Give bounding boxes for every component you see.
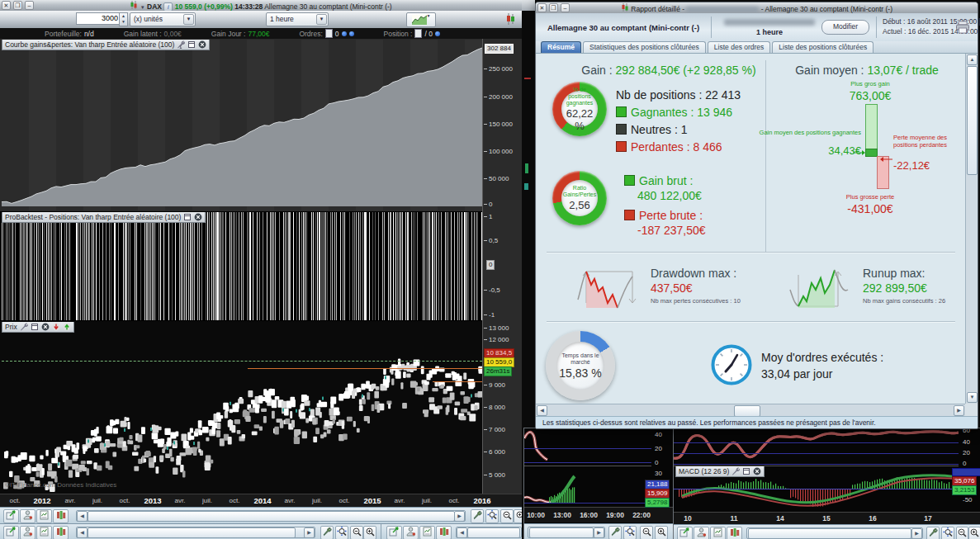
zoom-in-icon[interactable] bbox=[363, 526, 376, 539]
copy-window-icon[interactable] bbox=[742, 467, 750, 475]
scroll-down-arrow[interactable]: ▼ bbox=[967, 392, 978, 403]
tab-liste-positions[interactable]: Liste des positions clôturées bbox=[772, 41, 873, 53]
tools-icon[interactable] bbox=[926, 527, 940, 539]
positions-list-icon[interactable] bbox=[727, 527, 742, 539]
close-icon[interactable] bbox=[194, 213, 202, 221]
horizontal-scrollbar[interactable]: ◀▶ bbox=[76, 527, 315, 538]
tools-icon[interactable] bbox=[608, 526, 622, 539]
positions-list-icon[interactable] bbox=[53, 526, 69, 539]
copy-window-icon[interactable] bbox=[31, 323, 39, 331]
instrument-candle-icon[interactable] bbox=[505, 13, 516, 25]
vertical-scrollbar[interactable]: ▲ ▼ bbox=[965, 54, 978, 404]
close-icon[interactable] bbox=[753, 467, 761, 475]
scrollbar-thumb[interactable] bbox=[88, 511, 455, 522]
report-titlebar[interactable]: ✕❒‒ Rapport détaillé - - Allemagne 30 au… bbox=[536, 2, 978, 14]
orders-indicator-icon bbox=[349, 31, 354, 36]
user-icon[interactable] bbox=[694, 527, 709, 539]
chevron-down-icon[interactable]: ▼ bbox=[316, 14, 327, 25]
zoom-in-icon[interactable] bbox=[655, 526, 668, 539]
latent-gain-field: Gain latent :0,00€ bbox=[124, 30, 182, 38]
axis-tick: 100 000 bbox=[484, 148, 513, 155]
tab-liste-ordres[interactable]: Liste des ordres bbox=[708, 41, 770, 53]
scroll-left-arrow[interactable]: ◀ bbox=[537, 405, 547, 416]
horizontal-scrollbar[interactable]: ◀ bbox=[456, 527, 522, 538]
symbol-dropdown-arrow[interactable]: ▼ bbox=[140, 5, 145, 10]
positions-list-icon[interactable] bbox=[53, 509, 69, 523]
time-tick: 17 bbox=[924, 514, 931, 522]
report-icon[interactable] bbox=[36, 526, 52, 539]
orange-level-line-2 bbox=[433, 381, 482, 382]
horizontal-scrollbar[interactable]: ▶ bbox=[528, 527, 605, 538]
export-icon[interactable] bbox=[3, 509, 19, 523]
orders-page-icon[interactable] bbox=[325, 29, 333, 38]
zoom-out-icon[interactable] bbox=[956, 527, 968, 539]
pan-zoom-icon[interactable] bbox=[335, 526, 348, 539]
zoom-out-icon[interactable] bbox=[500, 509, 514, 523]
scrollbar-thumb[interactable] bbox=[748, 528, 911, 539]
scroll-right-arrow[interactable]: ▶ bbox=[954, 405, 964, 416]
scroll-right-arrow[interactable]: ▶ bbox=[454, 511, 465, 522]
horizontal-scrollbar[interactable]: ▶ bbox=[746, 527, 923, 539]
user-icon[interactable] bbox=[20, 526, 36, 539]
tools-icon[interactable] bbox=[320, 526, 334, 539]
scroll-right-arrow[interactable]: ▶ bbox=[911, 528, 922, 539]
modify-button[interactable]: Modifier bbox=[821, 20, 869, 35]
sell-arrow-icon[interactable] bbox=[52, 323, 60, 331]
scroll-right-arrow[interactable]: ▶ bbox=[304, 527, 315, 538]
tools-icon[interactable] bbox=[471, 509, 484, 523]
export-icon[interactable] bbox=[386, 526, 402, 539]
pan-zoom-icon[interactable] bbox=[941, 527, 954, 539]
zoom-out-icon[interactable] bbox=[640, 526, 653, 539]
scroll-up-arrow[interactable]: ▲ bbox=[967, 54, 978, 65]
scroll-left-arrow[interactable]: ◀ bbox=[77, 511, 88, 522]
chevron-down-icon[interactable]: ▼ bbox=[183, 14, 194, 25]
report-icon[interactable] bbox=[36, 509, 52, 523]
export-icon[interactable] bbox=[677, 527, 693, 539]
position-page-icon[interactable] bbox=[414, 29, 422, 38]
wrench-icon[interactable] bbox=[20, 323, 28, 331]
report-horizontal-scrollbar[interactable]: ◀ ▶ bbox=[536, 404, 965, 417]
time-tick: 16:00 bbox=[580, 511, 598, 519]
buy-arrow-icon[interactable] bbox=[63, 323, 71, 331]
waterfall-gain-bar bbox=[865, 104, 878, 151]
positions-list-icon[interactable] bbox=[436, 526, 452, 539]
scrollbar-thumb[interactable] bbox=[734, 405, 760, 417]
tab-statistiques[interactable]: Statistiques des positions clôturées bbox=[583, 41, 706, 53]
timeframe-select[interactable]: 1 heure▼ bbox=[266, 12, 329, 26]
scrollbar-thumb[interactable] bbox=[967, 66, 978, 175]
report-icon[interactable] bbox=[419, 526, 435, 539]
close-icon[interactable] bbox=[198, 40, 206, 49]
print-icon[interactable] bbox=[955, 21, 970, 34]
scrollbar-thumb[interactable] bbox=[88, 527, 296, 538]
avg-loss-label: Perte moyenne des positions perdantes bbox=[893, 135, 963, 149]
copy-window-icon[interactable] bbox=[187, 40, 196, 49]
user-icon[interactable] bbox=[403, 526, 419, 539]
scroll-left-arrow[interactable]: ◀ bbox=[77, 527, 88, 538]
export-icon[interactable] bbox=[3, 526, 19, 539]
close-icon[interactable] bbox=[41, 323, 50, 331]
scrollbar-thumb[interactable] bbox=[529, 527, 594, 538]
unit-select[interactable]: (x) unités▼ bbox=[130, 12, 196, 26]
scroll-left-arrow[interactable]: ◀ bbox=[457, 527, 467, 538]
chart-style-button[interactable]: ▼ bbox=[406, 12, 436, 27]
axis-tick: 0,5 bbox=[484, 237, 498, 244]
quantity-input[interactable] bbox=[76, 12, 121, 25]
zoom-out-icon[interactable] bbox=[350, 526, 363, 539]
axis-tick: 20 bbox=[655, 445, 662, 452]
copy-window-icon[interactable] bbox=[183, 213, 192, 221]
scroll-right-arrow[interactable]: ▶ bbox=[594, 527, 604, 538]
scrollbar-thumb[interactable] bbox=[467, 527, 520, 538]
user-icon[interactable] bbox=[20, 509, 36, 523]
pan-zoom-icon[interactable] bbox=[485, 509, 499, 523]
report-icon[interactable] bbox=[710, 527, 726, 539]
tab-resume[interactable]: Résumé bbox=[541, 41, 581, 53]
quantity-stepper[interactable]: ▲▼ bbox=[119, 12, 128, 26]
horizontal-scrollbar[interactable]: ◀▶ bbox=[76, 510, 466, 522]
axis-tick: 13 000 bbox=[484, 324, 509, 332]
zoom-in-icon[interactable] bbox=[968, 527, 980, 539]
wrench-icon[interactable] bbox=[177, 40, 185, 49]
time-tick: 16 bbox=[869, 514, 876, 522]
pan-zoom-icon[interactable] bbox=[623, 526, 637, 539]
time-tick: oct. bbox=[10, 497, 21, 504]
wrench-icon[interactable] bbox=[731, 467, 740, 475]
